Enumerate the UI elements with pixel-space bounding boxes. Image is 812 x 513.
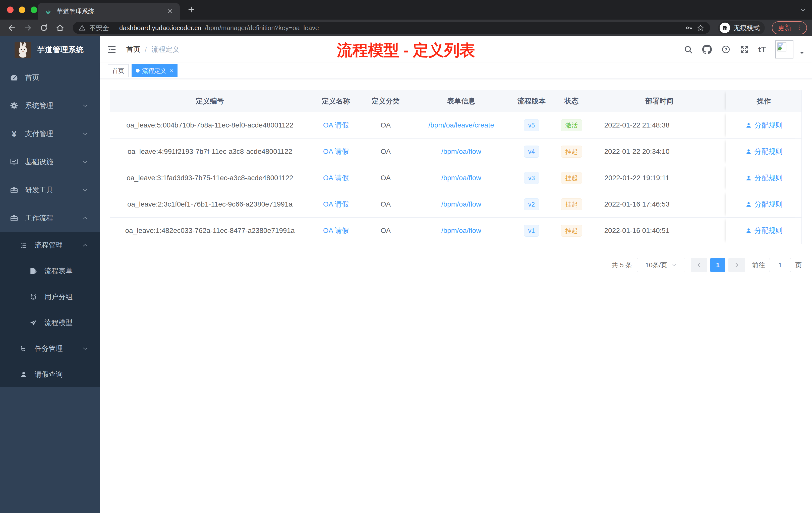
prev-page-button[interactable] (691, 258, 707, 272)
new-tab-button[interactable] (187, 5, 196, 14)
minimize-window-button[interactable] (19, 6, 25, 13)
version-badge: v3 (524, 172, 539, 184)
cell-deploy-time: 2022-01-22 21:48:38 (593, 112, 726, 138)
tag-close-icon[interactable]: × (170, 68, 173, 74)
next-page-button[interactable] (728, 258, 745, 272)
bookmark-star-icon[interactable] (696, 24, 704, 32)
assign-rule-button[interactable]: 分配规则 (745, 173, 783, 183)
page-number-button[interactable]: 1 (710, 258, 725, 272)
sidebar-item-system[interactable]: 系统管理 (0, 92, 100, 120)
tree-icon (19, 344, 28, 353)
table-header-row: 定义编号 定义名称 定义分类 表单信息 流程版本 状态 部署时间 操作 (110, 90, 802, 112)
breadcrumb-home[interactable]: 首页 (126, 45, 140, 54)
sidebar-item-home[interactable]: 首页 (0, 63, 100, 92)
sidebar-item-dev-tools[interactable]: 研发工具 (0, 176, 100, 204)
fullscreen-icon[interactable] (740, 45, 749, 54)
zoom-window-button[interactable] (31, 6, 37, 13)
sidebar-item-label: 研发工具 (25, 185, 53, 195)
address-bar[interactable]: 不安全 dashboard.yudao.iocoder.cn/bpm/manag… (73, 22, 710, 34)
reload-button[interactable] (37, 21, 51, 35)
sidebar-logo[interactable]: 芋道管理系统 (0, 36, 100, 63)
password-key-icon[interactable] (685, 24, 693, 32)
status-badge: 挂起 (561, 146, 582, 158)
assign-rule-button[interactable]: 分配规则 (745, 147, 783, 156)
pagination-total: 共 5 条 (612, 261, 632, 270)
sidebar-item-process-model[interactable]: 流程模型 (0, 310, 100, 336)
sidebar-item-payment[interactable]: ¥ 支付管理 (0, 120, 100, 148)
tab-overflow-chevron-icon[interactable] (800, 6, 807, 13)
table-row: oa_leave:4:991f2193-7b7f-11ec-a3c8-acde4… (110, 139, 802, 165)
goto-label: 前往 (752, 261, 765, 270)
definition-name-link[interactable]: OA 请假 (323, 226, 349, 235)
sidebar-item-process-form[interactable]: 流程表单 (0, 258, 100, 284)
app-title: 芋道管理系统 (37, 45, 84, 55)
svg-text:?: ? (724, 47, 727, 52)
browser-update-button[interactable]: 更新 (772, 21, 807, 34)
chevron-right-icon (733, 262, 740, 268)
security-warning-icon[interactable] (78, 24, 86, 32)
sidebar-item-process-management[interactable]: 流程管理 (0, 232, 100, 258)
update-label[interactable]: 更新 (778, 23, 791, 32)
sidebar-item-leave-query[interactable]: 请假查询 (0, 361, 100, 387)
yen-icon: ¥ (9, 129, 19, 139)
assign-rule-button[interactable]: 分配规则 (745, 226, 783, 235)
tag-home[interactable]: 首页 (108, 64, 128, 77)
sidebar-item-label: 流程管理 (35, 240, 63, 250)
forward-button[interactable] (21, 21, 35, 35)
browser-tabstrip: 芋道管理系统 (0, 0, 812, 20)
sidebar-item-label: 任务管理 (35, 344, 63, 353)
user-icon (745, 228, 752, 234)
github-icon[interactable] (702, 44, 712, 55)
browser-tab[interactable]: 芋道管理系统 (38, 3, 180, 20)
cell-definition-id: oa_leave:2:3c1f0ef1-76b1-11ec-9c66-a2380… (110, 191, 310, 217)
form-link[interactable]: /bpm/oa/leave/create (428, 121, 494, 129)
sidebar-item-workflow[interactable]: 工作流程 (0, 204, 100, 232)
goto-page-input[interactable] (769, 258, 791, 272)
user-icon (19, 370, 28, 379)
page-size-select[interactable]: 10条/页 (637, 258, 685, 272)
cell-category: OA (362, 165, 409, 191)
sidebar-item-label: 请假查询 (35, 370, 63, 379)
help-icon[interactable]: ? (721, 45, 731, 54)
assign-rule-button[interactable]: 分配规则 (745, 120, 783, 130)
sidebar-item-user-group[interactable]: 用户分组 (0, 284, 100, 310)
form-link[interactable]: /bpm/oa/flow (441, 227, 481, 235)
sidebar: 芋道管理系统 首页 系统管理 ¥ 支付管理 (0, 36, 100, 513)
cell-definition-id: oa_leave:3:1fad3d93-7b75-11ec-a3c8-acde4… (110, 165, 310, 191)
definition-name-link[interactable]: OA 请假 (323, 120, 349, 130)
chevron-down-icon (82, 186, 89, 193)
avatar-caret-down-icon[interactable] (799, 50, 805, 56)
avatar[interactable] (775, 40, 793, 58)
chevron-up-icon (82, 215, 89, 221)
status-badge: 激活 (561, 119, 582, 131)
version-badge: v4 (524, 146, 539, 158)
browser-menu-dots-icon[interactable] (796, 25, 803, 31)
sidebar-fold-icon[interactable] (107, 44, 117, 55)
font-size-icon[interactable]: tT (758, 45, 766, 54)
table-row: oa_leave:1:482ec033-762a-11ec-8477-a2380… (110, 218, 802, 244)
tag-process-definition[interactable]: 流程定义 × (132, 64, 177, 77)
assign-rule-button[interactable]: 分配规则 (745, 200, 783, 209)
close-window-button[interactable] (7, 6, 13, 13)
search-icon[interactable] (684, 45, 693, 54)
form-link[interactable]: /bpm/oa/flow (441, 174, 481, 182)
definition-name-link[interactable]: OA 请假 (323, 147, 349, 156)
home-button[interactable] (53, 21, 67, 35)
status-badge: 挂起 (561, 198, 582, 210)
sidebar-item-infrastructure[interactable]: 基础设施 (0, 148, 100, 176)
table-row: oa_leave:5:004b710b-7b8a-11ec-8ef0-acde4… (110, 112, 802, 139)
security-label[interactable]: 不安全 (89, 24, 109, 32)
back-button[interactable] (5, 21, 19, 35)
table-row: oa_leave:3:1fad3d93-7b75-11ec-a3c8-acde4… (110, 165, 802, 191)
definition-name-link[interactable]: OA 请假 (323, 200, 349, 209)
content-area: 定义编号 定义名称 定义分类 表单信息 流程版本 状态 部署时间 操作 oa_l… (100, 79, 812, 513)
column-header-actions: 操作 (726, 90, 802, 112)
tab-close-icon[interactable] (167, 8, 173, 14)
column-header-version: 流程版本 (513, 90, 550, 112)
sidebar-item-task-management[interactable]: 任务管理 (0, 336, 100, 361)
chevron-left-icon (696, 262, 702, 268)
cell-deploy-time: 2022-01-16 01:40:51 (593, 218, 726, 244)
form-link[interactable]: /bpm/oa/flow (441, 200, 481, 208)
form-link[interactable]: /bpm/oa/flow (441, 148, 481, 156)
definition-name-link[interactable]: OA 请假 (323, 173, 349, 183)
